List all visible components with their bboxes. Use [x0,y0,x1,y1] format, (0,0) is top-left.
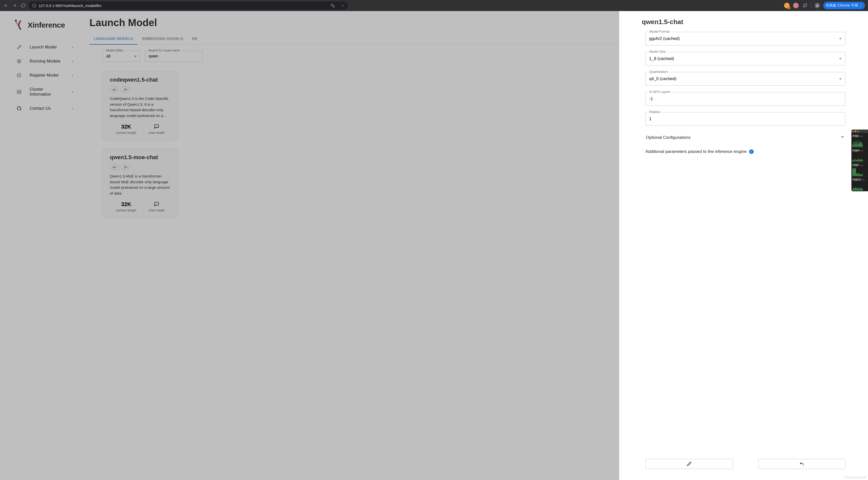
add-param-button[interactable]: + [749,149,754,154]
sidebar-item-cluster-info[interactable]: Cluster Information › [0,82,81,101]
browser-bar: 127.0.0.1:9997/ui/#/launch_model/llm ☆ 4… [0,0,868,11]
additional-params-row: Additional parameters passed to the infe… [645,149,845,154]
profile-avatar-1[interactable]: 4 [784,2,790,8]
replica-input[interactable] [645,112,845,126]
model-size-select[interactable]: Model Size 1_8 (cached) [645,52,845,66]
model-card[interactable]: codeqwen1.5-chat en zh CodeQwen1.5 is th… [102,71,178,140]
chat-icon [154,124,159,130]
lang-chip: zh [121,87,130,92]
optional-configurations-accordion[interactable]: Optional Configurations [645,132,845,143]
window-max-icon [858,131,859,132]
sidebar-item-launch-model[interactable]: Launch Model › [0,40,81,54]
watermark: CSDN @水的精神 [844,476,867,480]
chrome-update-button[interactable]: 有新版 Chrome 可用 ⋮ [823,2,865,9]
back-icon[interactable] [3,2,9,8]
lang-chip: zh [121,164,130,170]
info-icon[interactable] [32,3,36,7]
chevron-down-icon [839,38,842,39]
chevron-right-icon: › [72,106,73,111]
rocket-icon [17,45,22,50]
search-input-wrap: Search for model name [145,51,203,62]
logo-text: Xinference [28,21,65,29]
tab-embedding-models[interactable]: EMBEDDING MODELS [137,33,187,44]
svg-rect-8 [17,90,21,92]
chevron-right-icon: › [72,59,73,64]
chevron-down-icon [134,56,136,57]
logo[interactable]: Xinference [0,19,81,40]
chevron-down-icon [840,134,845,141]
model-card-desc: Qwen1.5-MoE is a transformer-based MoE d… [110,173,170,196]
window-min-icon [855,131,857,132]
model-card-title: qwen1.5-moe-chat [110,154,170,161]
svg-point-3 [15,20,17,22]
star-icon[interactable]: ☆ [341,3,344,8]
chevron-right-icon: › [72,73,73,78]
svg-marker-4 [17,60,21,62]
chevron-right-icon: › [72,45,73,50]
lang-chip: en [110,87,119,92]
window-close-icon [852,131,854,132]
model-format-select[interactable]: Model Format ggufv2 (cached) [645,32,845,45]
chevron-right-icon: › [72,90,73,94]
tab-language-models[interactable]: LANGUAGE MODELS [90,33,137,45]
chevron-down-icon [839,78,842,79]
sidebar-item-running-models[interactable]: Running Models › [0,54,81,68]
undo-icon [799,462,804,466]
app: Xinference Launch Model › Running Models… [0,11,868,480]
server-icon [17,90,22,94]
url-text: 127.0.0.1:9997/ui/#/launch_model/llm [39,3,101,8]
user-icon[interactable] [814,2,820,8]
github-icon [17,106,22,111]
kebab-icon: ⋮ [859,3,863,7]
model-card-desc: CodeQwen1.5 is the Code-Specific version… [110,96,170,118]
n-gpu-layers-input[interactable] [645,92,845,106]
drawer-title: qwen1.5-chat [642,18,845,26]
plus-box-icon [17,73,22,78]
model-ability-select[interactable]: Model Ability all [102,51,140,62]
reload-icon[interactable] [20,2,26,8]
svg-rect-9 [17,92,21,94]
search-input[interactable] [145,51,203,62]
launch-button[interactable] [645,459,733,469]
model-card-title: codeqwen1.5-chat [110,76,170,83]
logo-icon [13,19,24,31]
sidebar-item-register-model[interactable]: Register Model › [0,68,81,82]
forward-icon[interactable] [11,2,18,8]
profile-avatar-2[interactable] [793,2,799,8]
sidebar-item-contact-us[interactable]: Contact Us › [0,101,81,115]
lang-chip: en [110,164,119,170]
chevron-down-icon [839,58,842,60]
model-card[interactable]: qwen1.5-moe-chat en zh Qwen1.5-MoE is a … [102,148,178,218]
address-bar[interactable]: 127.0.0.1:9997/ui/#/launch_model/llm ☆ [29,1,348,9]
cpu-monitor-widget[interactable]: 内核1 — 内核4 — 内核7 — 内核10 — [851,130,868,191]
tab-rerank-models[interactable]: RE [188,33,202,44]
layers-icon [17,59,22,64]
sidebar: Xinference Launch Model › Running Models… [0,11,81,480]
rocket-icon [687,462,691,466]
chat-icon [154,202,159,208]
extensions-icon[interactable] [802,2,808,8]
reset-button[interactable] [758,459,845,469]
launch-drawer: qwen1.5-chat Model Format ggufv2 (cached… [619,11,868,480]
translate-icon[interactable] [331,3,335,8]
quantization-select[interactable]: Quantization q4_0 (cached) [645,72,845,85]
